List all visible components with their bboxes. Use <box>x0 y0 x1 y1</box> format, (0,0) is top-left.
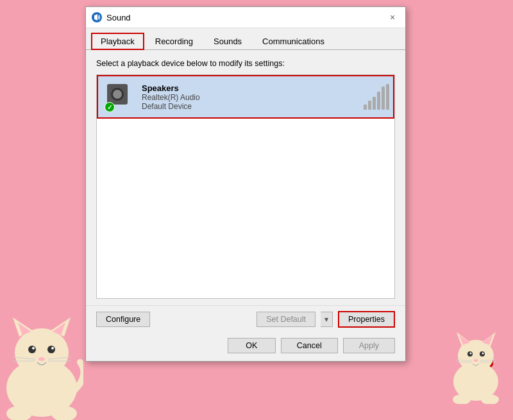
vol-bar-5 <box>382 87 385 110</box>
svg-point-26 <box>482 353 484 355</box>
tab-recording[interactable]: Recording <box>146 33 203 50</box>
action-row: OK Cancel Apply <box>86 333 405 361</box>
default-check-badge: ✓ <box>105 102 115 112</box>
set-default-dropdown[interactable]: ▾ <box>321 312 333 327</box>
properties-button[interactable]: Properties <box>338 311 395 328</box>
device-info: Speakers Realtek(R) Audio Default Device <box>142 83 200 111</box>
svg-point-8 <box>32 347 35 349</box>
vol-bar-2 <box>368 101 371 110</box>
svg-point-10 <box>38 357 45 361</box>
set-default-button[interactable]: Set Default <box>256 312 315 327</box>
apply-button[interactable]: Apply <box>343 338 395 353</box>
close-button[interactable]: × <box>385 11 400 24</box>
svg-point-1 <box>15 328 69 377</box>
speaker-icon-wrap: ✓ <box>105 81 135 112</box>
sound-dialog: Sound × Playback Recording Sounds Commun… <box>85 6 406 362</box>
speaker-cone <box>111 88 124 101</box>
vol-bar-3 <box>373 97 376 110</box>
volume-bars <box>364 84 389 110</box>
svg-point-27 <box>474 359 478 362</box>
left-cat-decoration <box>0 292 83 420</box>
configure-button[interactable]: Configure <box>96 312 150 327</box>
device-sub: Realtek(R) Audio <box>142 93 200 102</box>
device-item-speakers[interactable]: ✓ Speakers Realtek(R) Audio Default Devi… <box>97 75 394 119</box>
sound-icon <box>91 12 103 23</box>
svg-point-6 <box>28 346 36 353</box>
vol-bar-1 <box>364 105 367 110</box>
dialog-content: Select a playback device below to modify… <box>86 50 405 305</box>
ok-button[interactable]: OK <box>228 338 276 353</box>
vol-bar-4 <box>377 92 380 110</box>
svg-point-9 <box>51 347 54 349</box>
svg-point-7 <box>47 346 55 353</box>
bottom-controls: Configure Set Default ▾ Properties <box>86 305 405 333</box>
device-status: Default Device <box>142 102 200 111</box>
tab-playback[interactable]: Playback <box>91 33 144 50</box>
vol-bar-6 <box>386 84 389 110</box>
tab-communications[interactable]: Communications <box>253 33 334 50</box>
svg-point-25 <box>470 353 472 355</box>
device-name: Speakers <box>142 83 200 93</box>
device-list: ✓ Speakers Realtek(R) Audio Default Devi… <box>96 74 395 299</box>
tab-sounds[interactable]: Sounds <box>204 33 251 50</box>
instruction-text: Select a playback device below to modify… <box>96 59 395 68</box>
right-cat-decoration <box>449 321 503 404</box>
cancel-button[interactable]: Cancel <box>281 338 338 353</box>
title-bar: Sound × <box>86 7 405 28</box>
dialog-title: Sound <box>106 13 385 22</box>
tab-bar: Playback Recording Sounds Communications <box>86 28 405 50</box>
